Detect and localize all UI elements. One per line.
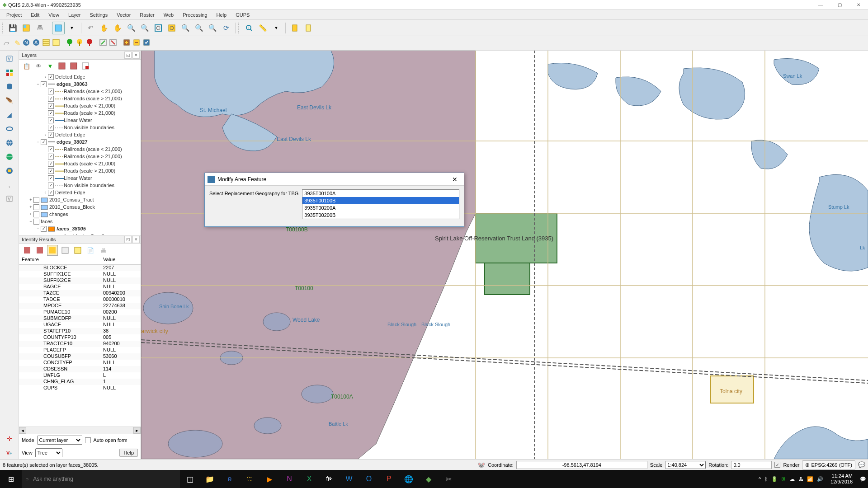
select-tool-icon[interactable]: ▱: [4, 39, 9, 47]
menu-layer[interactable]: Layer: [64, 11, 85, 19]
auto-open-checkbox[interactable]: [85, 437, 91, 443]
layer-tree-row[interactable]: Non-visible boundaries: [21, 124, 139, 131]
identify-table[interactable]: BLOCKCE2207SUFFIX1CENULLSUFFIX2CENULLBAG…: [19, 265, 141, 427]
add-oracle-icon[interactable]: [3, 122, 16, 135]
notifications-icon[interactable]: 💬: [860, 476, 866, 482]
identify-row[interactable]: SUBMCDFPNULL: [19, 315, 141, 322]
show-bookmarks-icon[interactable]: [302, 22, 315, 34]
menu-view[interactable]: View: [44, 11, 64, 19]
new-shapefile-icon[interactable]: V: [3, 192, 16, 205]
layer-tree-row[interactable]: +2010_Census_Block: [21, 203, 139, 211]
new-project-icon[interactable]: [20, 22, 33, 34]
layer-tree-row[interactable]: Railroads (scale > 21,000): [21, 153, 139, 160]
add-point-red-icon[interactable]: [85, 38, 94, 48]
identify-row[interactable]: LWFLGL: [19, 372, 141, 379]
start-button[interactable]: ⊞: [0, 470, 22, 488]
mode-select[interactable]: Current layer: [37, 436, 82, 445]
identify-row[interactable]: UGACENULL: [19, 322, 141, 328]
messages-icon[interactable]: 💬: [858, 461, 865, 468]
copy-icon[interactable]: 📄: [85, 245, 96, 256]
media-player-icon[interactable]: ▶: [259, 470, 279, 488]
render-checkbox[interactable]: [774, 462, 780, 468]
map-canvas[interactable]: St. Michael East Devils Lk East Devils L…: [141, 51, 868, 459]
field-calc-icon[interactable]: [52, 38, 60, 48]
add-vector-icon[interactable]: V: [3, 52, 16, 65]
security-icon[interactable]: ⛨: [781, 476, 786, 482]
layer-tree-row[interactable]: +2010_Census_Tract: [21, 196, 139, 203]
identify-row[interactable]: PUMACE1000200: [19, 309, 141, 315]
dropdown-option[interactable]: 3935T00100A: [302, 190, 459, 197]
import-icon[interactable]: [132, 38, 141, 48]
menu-vector[interactable]: Vector: [112, 11, 135, 19]
identify-row[interactable]: BLOCKCE2207: [19, 265, 141, 271]
horizontal-scrollbar[interactable]: ◄ ►: [19, 427, 141, 434]
gps-icon[interactable]: ✛: [3, 432, 16, 445]
scroll-right-icon[interactable]: ►: [133, 427, 141, 434]
zoom-selection-icon[interactable]: [165, 22, 178, 34]
print-icon[interactable]: 🖶: [98, 245, 108, 256]
feature-column-header[interactable]: Feature: [19, 257, 100, 264]
layer-tree-row[interactable]: ‹Deleted Edge: [21, 131, 139, 138]
excel-icon[interactable]: X: [299, 470, 319, 488]
validate-icon[interactable]: [142, 38, 151, 48]
menu-settings[interactable]: Settings: [85, 11, 112, 19]
crs-button[interactable]: ⊕ EPSG:4269 (OTF): [802, 460, 855, 469]
menu-processing[interactable]: Processing: [178, 11, 212, 19]
identify-row[interactable]: TADCE00000010: [19, 296, 141, 303]
layer-tree-row[interactable]: Railroads (scale < 21,000): [21, 88, 139, 95]
add-wfs-icon[interactable]: [3, 164, 16, 177]
menu-project[interactable]: Project: [2, 11, 26, 19]
layer-tree-row[interactable]: −faces: [21, 218, 139, 225]
export-icon[interactable]: [123, 38, 131, 48]
add-point-green-icon[interactable]: [66, 38, 74, 48]
zoom-last-icon[interactable]: 🔍: [193, 22, 205, 34]
undo-icon[interactable]: ↶: [84, 22, 97, 34]
zoom-out-icon[interactable]: 🔍: [138, 22, 151, 34]
close-panel-icon[interactable]: ✕: [132, 236, 140, 243]
taskbar-clock[interactable]: 11:24 AM 12/9/2016: [827, 473, 856, 485]
expand-all-icon[interactable]: [57, 61, 67, 71]
explorer-icon[interactable]: 🗂: [240, 470, 259, 488]
tray-up-icon[interactable]: ^: [759, 476, 761, 482]
edit-geometry-icon[interactable]: [99, 38, 107, 48]
identify-row[interactable]: TAZCE00940200: [19, 290, 141, 296]
layer-tree-row[interactable]: −faces_38005: [21, 225, 139, 232]
layer-tree-row[interactable]: Roads (scale < 21,000): [21, 102, 139, 109]
identify-row[interactable]: SUFFIX2CENULL: [19, 277, 141, 284]
visibility-icon[interactable]: 👁: [33, 61, 43, 71]
task-view-icon[interactable]: ◫: [180, 470, 200, 488]
zoom-full-icon[interactable]: [152, 22, 165, 34]
identify-row[interactable]: PLACEFPNULL: [19, 347, 141, 353]
print-composer-icon[interactable]: 🖶: [33, 22, 46, 34]
network-icon[interactable]: 🖧: [798, 476, 803, 482]
chrome-icon[interactable]: 🌐: [399, 470, 419, 488]
node-tool-icon[interactable]: N: [22, 38, 30, 48]
powerpoint-icon[interactable]: P: [379, 470, 399, 488]
identify-row[interactable]: BAGCENULL: [19, 284, 141, 290]
zoom-layer-icon[interactable]: 🔍: [179, 22, 192, 34]
undock-icon[interactable]: ◱: [124, 236, 132, 243]
bluetooth-icon[interactable]: ᛒ: [764, 476, 768, 482]
layer-tree-row[interactable]: ‹Deleted Edge: [21, 73, 139, 80]
layer-tree-row[interactable]: −edges_38027: [21, 138, 139, 145]
scale-select[interactable]: 1:40,824: [665, 461, 706, 469]
layer-tree-row[interactable]: Linear Water: [21, 117, 139, 124]
layer-tree-row[interactable]: −edges_38063: [21, 80, 139, 88]
menu-gups[interactable]: GUPS: [231, 11, 254, 19]
expand-new-icon[interactable]: [47, 245, 58, 256]
add-delimited-icon[interactable]: ,: [3, 178, 16, 191]
layer-tree-row[interactable]: zoomed out (not outlined): [21, 232, 139, 235]
form-view-icon[interactable]: [60, 245, 71, 256]
add-point-yellow-icon[interactable]: [75, 38, 84, 48]
identify-row[interactable]: CDSESSN114: [19, 366, 141, 372]
identify-icon[interactable]: i: [243, 22, 255, 34]
minimize-button[interactable]: —: [811, 0, 830, 10]
layer-tree-row[interactable]: Railroads (scale > 21,000): [21, 95, 139, 102]
attribute-table-icon[interactable]: [42, 38, 50, 48]
scroll-left-icon[interactable]: ◄: [19, 427, 26, 434]
maximize-button[interactable]: ▢: [830, 0, 849, 10]
dropdown-arrow-icon[interactable]: ▼: [270, 22, 283, 34]
attribute-tool-icon[interactable]: A: [32, 38, 40, 48]
replacement-geography-dropdown[interactable]: 3935T00100A3935T00100B3935T00200A3935T00…: [302, 189, 459, 219]
layer-tree-row[interactable]: Roads (scale > 21,000): [21, 167, 139, 174]
